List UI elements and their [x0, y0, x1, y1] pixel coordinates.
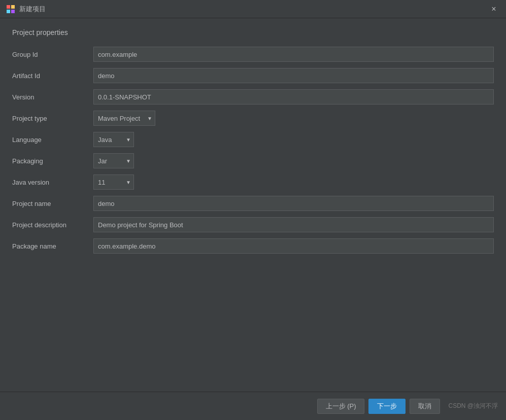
label-project-description: Project description: [12, 221, 93, 229]
cancel-button[interactable]: 取消: [410, 399, 440, 414]
label-java-version: Java version: [12, 179, 93, 186]
select-wrapper-project-type: Maven ProjectGradle Project▼: [93, 111, 155, 126]
label-language: Language: [12, 136, 93, 144]
form-row-project-type: Project typeMaven ProjectGradle Project▼: [12, 111, 494, 126]
svg-rect-0: [7, 5, 10, 9]
app-icon: [6, 5, 15, 14]
form-row-group-id: Group Id: [12, 47, 494, 62]
input-project-description[interactable]: [93, 217, 494, 232]
label-version: Version: [12, 93, 93, 101]
close-button[interactable]: ×: [488, 3, 500, 15]
form-row-java-version: Java version81117▼: [12, 174, 494, 190]
dialog-footer: 上一步 (P) 下一步 取消 CSDN @浊河不浮: [0, 392, 506, 420]
select-wrapper-language: JavaKotlinGroovy▼: [93, 132, 134, 147]
svg-rect-3: [11, 10, 15, 13]
input-version[interactable]: [93, 89, 494, 104]
select-project-type[interactable]: Maven ProjectGradle Project: [93, 111, 155, 126]
label-group-id: Group Id: [12, 51, 93, 58]
input-group-id[interactable]: [93, 47, 494, 62]
form-row-package-name: Package name: [12, 238, 494, 254]
dialog-content: Project properties Group IdArtifact IdVe…: [0, 18, 506, 392]
form-row-artifact-id: Artifact Id: [12, 68, 494, 83]
label-packaging: Packaging: [12, 157, 93, 165]
form-row-language: LanguageJavaKotlinGroovy▼: [12, 132, 494, 147]
input-artifact-id[interactable]: [93, 68, 494, 83]
dialog-title: 新建项目: [19, 5, 488, 14]
prev-button[interactable]: 上一步 (P): [317, 399, 365, 414]
form-row-project-name: Project name: [12, 196, 494, 211]
title-bar: 新建项目 ×: [0, 0, 506, 18]
label-project-name: Project name: [12, 200, 93, 207]
form-row-version: Version: [12, 89, 494, 104]
select-language[interactable]: JavaKotlinGroovy: [93, 132, 134, 147]
next-button[interactable]: 下一步: [368, 399, 406, 414]
label-artifact-id: Artifact Id: [12, 72, 93, 80]
input-package-name[interactable]: [93, 238, 494, 254]
form-row-project-description: Project description: [12, 217, 494, 232]
select-wrapper-packaging: JarWar▼: [93, 153, 134, 168]
select-wrapper-java-version: 81117▼: [93, 174, 134, 190]
label-package-name: Package name: [12, 242, 93, 250]
watermark: CSDN @浊河不浮: [448, 402, 498, 410]
svg-rect-1: [11, 5, 15, 9]
form-row-packaging: PackagingJarWar▼: [12, 153, 494, 168]
svg-rect-2: [7, 10, 10, 13]
section-title: Project properties: [12, 28, 494, 37]
select-packaging[interactable]: JarWar: [93, 153, 134, 168]
input-project-name[interactable]: [93, 196, 494, 211]
label-project-type: Project type: [12, 115, 93, 122]
select-java-version[interactable]: 81117: [93, 174, 134, 190]
new-project-dialog: 新建项目 × Project properties Group IdArtifa…: [0, 0, 506, 420]
form-container: Group IdArtifact IdVersionProject typeMa…: [12, 47, 494, 254]
